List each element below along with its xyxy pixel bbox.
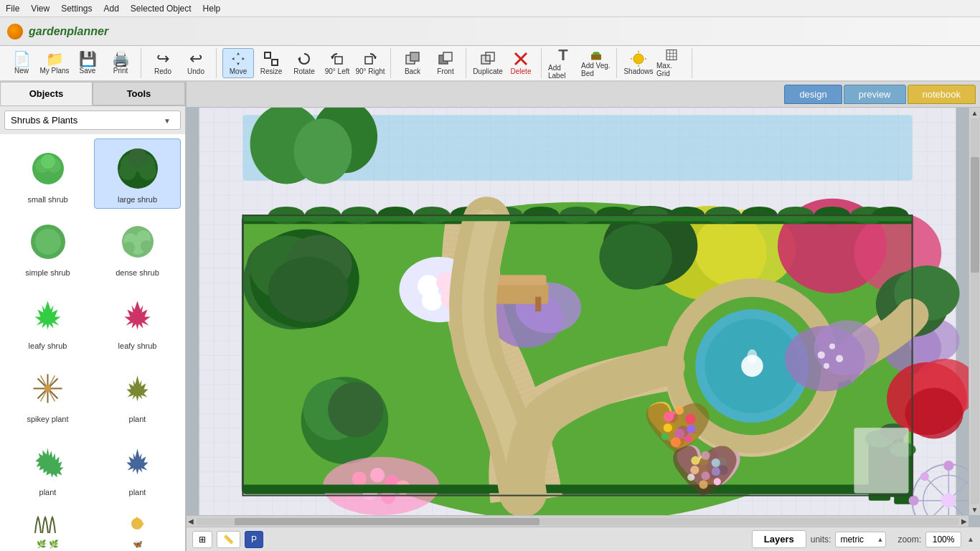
object-plant2[interactable]: plant (4, 431, 91, 501)
tab-objects[interactable]: Objects (0, 82, 93, 105)
tab-notebook[interactable]: notebook (908, 85, 976, 104)
svg-point-45 (141, 240, 152, 252)
addlabel-button[interactable]: T Add Label (547, 48, 579, 78)
maxgrid-button[interactable]: Max. Grid (656, 48, 687, 78)
svg-point-139 (920, 472, 929, 481)
rotate-button[interactable]: Rotate (288, 48, 320, 78)
svg-point-198 (824, 363, 829, 369)
new-icon: 📄 (13, 52, 31, 66)
zoom-up-btn[interactable]: ▲ (967, 535, 974, 543)
grass1-icon (23, 509, 73, 538)
resize-button[interactable]: Resize (255, 48, 287, 78)
canvas-wrap[interactable]: ◀ ▶ ▲ ▼ (187, 108, 980, 527)
menu-settings[interactable]: Settings (61, 4, 92, 14)
svg-rect-5 (335, 57, 342, 64)
object-grass1[interactable]: 🌿 🌿 (4, 504, 91, 551)
back-button[interactable]: Back (397, 48, 428, 78)
addlabel-icon: T (558, 47, 567, 63)
front-button[interactable]: Front (430, 48, 461, 78)
rotate-label: Rotate (293, 67, 314, 75)
object-plant3[interactable]: plant (94, 431, 181, 501)
svg-point-183 (684, 435, 692, 442)
object-large-shrub[interactable]: large shrub (94, 138, 181, 209)
app-header: gardenplanner (0, 17, 980, 46)
object-leafy-shrub-red[interactable]: leafy shrub (94, 285, 181, 355)
scroll-down-btn[interactable]: ▼ (970, 504, 980, 515)
shadows-button[interactable]: Shadows (623, 48, 654, 78)
menu-selected-object[interactable]: Selected Object (131, 4, 192, 14)
v-scroll-thumb[interactable] (971, 157, 979, 273)
delete-button[interactable]: Delete (505, 48, 537, 78)
horizontal-scrollbar[interactable]: ◀ ▶ (187, 515, 969, 527)
svg-point-101 (370, 468, 385, 482)
rotate90l-button[interactable]: 90° Left (321, 48, 353, 78)
myplans-button[interactable]: 📁 My Plans (39, 48, 70, 78)
ruler-btn[interactable]: 📏 (217, 531, 240, 548)
svg-point-195 (818, 352, 825, 359)
object-leafy-shrub-green[interactable]: leafy shrub (4, 285, 91, 355)
tab-design[interactable]: design (784, 85, 842, 104)
object-small-shrub[interactable]: small shrub (4, 138, 91, 209)
shadows-icon (631, 51, 646, 67)
svg-rect-23 (666, 50, 677, 60)
vertical-scrollbar[interactable]: ▲ ▼ (969, 108, 980, 515)
p-btn[interactable]: P (245, 531, 263, 548)
svg-point-18 (633, 54, 644, 64)
scroll-up-btn[interactable]: ▲ (970, 108, 980, 118)
svg-point-187 (690, 466, 699, 474)
flower1-label: 🦋 (133, 540, 143, 549)
svg-marker-56 (36, 448, 64, 477)
category-select[interactable]: Shrubs & Plants Trees Flowers Garden Str… (4, 110, 181, 130)
svg-point-54 (44, 385, 52, 392)
svg-point-36 (119, 163, 136, 180)
rotate90r-button[interactable]: 90° Right (354, 48, 386, 78)
category-selector-wrap: Shrubs & Plants Trees Flowers Garden Str… (0, 106, 185, 134)
toolbar: 📄 New 📁 My Plans 💾 Save 🖨️ Print ↪ Redo … (0, 46, 980, 82)
svg-marker-57 (127, 448, 149, 474)
tab-tools[interactable]: Tools (93, 82, 185, 105)
object-spikey-plant[interactable]: spikey plant (4, 358, 91, 428)
menu-file[interactable]: File (6, 4, 19, 14)
svg-point-98 (328, 382, 383, 437)
svg-point-181 (671, 437, 681, 447)
redo-label: Redo (154, 67, 171, 75)
menu-view[interactable]: View (31, 4, 50, 14)
menu-add[interactable]: Add (104, 4, 119, 14)
svg-rect-203 (242, 215, 912, 221)
svg-rect-9 (410, 52, 419, 61)
zoom-label: zoom: (897, 534, 921, 545)
svg-marker-6 (374, 56, 377, 59)
scroll-right-btn[interactable]: ▶ (960, 516, 969, 527)
units-select[interactable]: metric imperial (835, 532, 886, 547)
tab-preview[interactable]: preview (844, 85, 906, 104)
addveg-button[interactable]: Add Veg. Bed (580, 48, 612, 78)
redo-button[interactable]: ↪ Redo (147, 48, 179, 78)
flower1-icon (113, 509, 163, 538)
myplans-label: My Plans (39, 67, 69, 75)
save-button[interactable]: 💾 Save (72, 48, 103, 78)
svg-point-177 (685, 414, 695, 424)
object-plant1[interactable]: plant (94, 358, 181, 428)
svg-point-173 (747, 349, 757, 364)
object-dense-shrub[interactable]: dense shrub (94, 212, 181, 282)
rotate90r-label: 90° Right (355, 67, 385, 75)
print-button[interactable]: 🖨️ Print (105, 48, 136, 78)
scroll-left-btn[interactable]: ◀ (187, 516, 195, 527)
svg-point-81 (422, 291, 442, 311)
new-button[interactable]: 📄 New (6, 48, 37, 78)
svg-point-186 (712, 458, 720, 467)
object-simple-shrub[interactable]: simple shrub (4, 212, 91, 282)
grid-view-btn[interactable]: ⊞ (192, 531, 212, 548)
svg-point-190 (699, 480, 707, 489)
move-button[interactable]: Move (222, 48, 254, 78)
h-scroll-thumb[interactable] (235, 518, 540, 525)
delete-label: Delete (511, 67, 532, 75)
undo-label: Undo (187, 67, 204, 75)
layers-button[interactable]: Layers (752, 530, 806, 548)
duplicate-icon (480, 51, 496, 67)
garden-canvas[interactable] (187, 108, 969, 515)
menu-help[interactable]: Help (203, 4, 221, 14)
object-flower1[interactable]: 🦋 (94, 504, 181, 551)
duplicate-button[interactable]: Duplicate (472, 48, 504, 78)
undo-button[interactable]: ↩ Undo (180, 48, 212, 78)
